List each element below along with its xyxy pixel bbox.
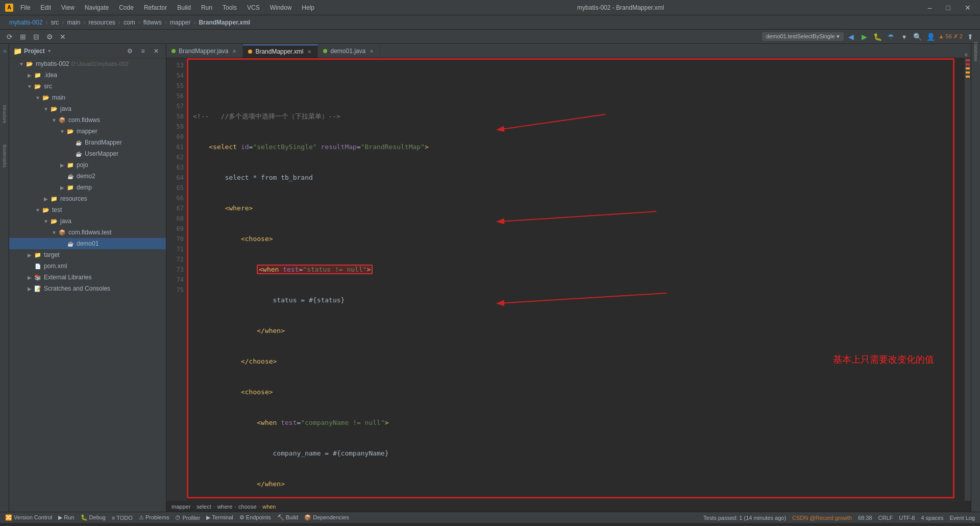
menu-build[interactable]: Build	[174, 3, 194, 12]
bc-bottom-when[interactable]: when	[262, 504, 276, 510]
project-icon[interactable]: P	[1, 48, 8, 55]
menu-code[interactable]: Code	[116, 3, 137, 12]
tree-src[interactable]: ▼ 📂 src	[9, 81, 166, 92]
problems-button[interactable]: ⚠ Problems	[139, 514, 169, 521]
tree-demp[interactable]: ▶ 📁 demp	[9, 182, 166, 193]
run-button[interactable]: ▶	[859, 31, 870, 42]
java-label: java	[60, 105, 71, 112]
tree-ext-libs[interactable]: ▶ 📚 External Libraries	[9, 272, 166, 283]
settings-button[interactable]: ⚙	[44, 31, 55, 42]
menu-run[interactable]: Run	[198, 3, 215, 12]
avatar-button[interactable]: 👤	[925, 31, 937, 42]
menu-window[interactable]: Window	[267, 3, 295, 12]
maximize-button[interactable]: □	[942, 3, 954, 13]
tree-test-pkg[interactable]: ▼ 📦 com.fldwws.test	[9, 227, 166, 238]
bc-bottom-where[interactable]: where	[217, 504, 232, 510]
encoding[interactable]: UTF-8	[899, 515, 915, 521]
code-editor[interactable]: 53 54 55 56 57 58 59 60 61 62 63 64 65 6…	[166, 58, 971, 500]
coverage-button[interactable]: ☂	[886, 31, 897, 42]
code-text[interactable]: <!-- //多个选项中选择一个（下拉菜单）--> <select id="se…	[187, 58, 965, 500]
tree-brandmapper-java[interactable]: ▶ ☕ BrandMapper	[9, 137, 166, 148]
close-button[interactable]: ✕	[961, 3, 975, 13]
expand-all-button[interactable]: ⊞	[17, 31, 29, 42]
csdn-link[interactable]: CSDN @Record growth	[792, 515, 852, 521]
bc-resources[interactable]: resources	[88, 19, 115, 26]
menu-file[interactable]: File	[17, 3, 33, 12]
collapse-all-button[interactable]: ⊟	[31, 31, 42, 42]
gutter-error-2	[966, 63, 970, 65]
tab-close-brandmapper-xml[interactable]: ✕	[306, 49, 312, 55]
tab-close-brandmapper-java[interactable]: ✕	[231, 48, 237, 55]
run-status-button[interactable]: ▶ Run	[58, 514, 74, 521]
todo-button[interactable]: ≡ TODO	[112, 515, 133, 521]
tab-brandmapper-xml[interactable]: BrandMapper.xml ✕	[243, 44, 318, 58]
tree-mapper-folder[interactable]: ▼ 📂 mapper	[9, 126, 166, 137]
bc-mapper[interactable]: mapper	[170, 19, 191, 26]
minimize-button[interactable]: –	[924, 3, 936, 13]
tree-package[interactable]: ▼ 📦 com.fldwws	[9, 114, 166, 126]
bc-file[interactable]: BrandMapper.xml	[199, 19, 250, 26]
tree-usermapper-java[interactable]: ▶ ☕ UserMapper	[9, 148, 166, 159]
profiler-button[interactable]: ⏱ Profiler	[175, 515, 200, 521]
vcs-button[interactable]: 🔀 Version Control	[5, 514, 52, 521]
tree-demo01[interactable]: ▶ ☕ demo01	[9, 238, 166, 249]
event-log-button[interactable]: Event Log	[949, 515, 975, 521]
bc-mybatis[interactable]: mybatis-002	[9, 19, 42, 26]
terminal-button[interactable]: ▶ Terminal	[206, 514, 233, 521]
tree-pojo[interactable]: ▶ 📁 pojo	[9, 159, 166, 171]
debug-status-button[interactable]: 🐛 Debug	[81, 514, 106, 521]
project-more-btn[interactable]: ≡	[137, 45, 149, 57]
bc-bottom-choose[interactable]: choose	[238, 504, 256, 510]
menu-tools[interactable]: Tools	[219, 3, 240, 12]
tree-scratches[interactable]: ▶ 📝 Scratches and Consoles	[9, 283, 166, 294]
project-close-btn[interactable]: ✕	[151, 45, 162, 57]
tabs-more-button[interactable]: ≡	[965, 52, 968, 58]
debug-button[interactable]: 🐛	[872, 31, 884, 42]
tree-pom[interactable]: ▶ 📄 pom.xml	[9, 260, 166, 272]
menu-help[interactable]: Help	[299, 3, 317, 12]
menu-navigate[interactable]: Navigate	[82, 3, 112, 12]
bc-main[interactable]: main	[67, 19, 80, 26]
bc-bottom-select[interactable]: select	[197, 504, 211, 510]
tab-brandmapper-java[interactable]: BrandMapper.java ✕	[166, 44, 243, 58]
tree-test-java[interactable]: ▼ 📂 java	[9, 216, 166, 227]
database-icon[interactable]: Database	[972, 48, 979, 55]
menu-view[interactable]: View	[58, 3, 78, 12]
expand-editor-button[interactable]: ⬆	[965, 31, 976, 42]
search-button[interactable]: 🔍	[912, 31, 923, 42]
bookmarks-icon[interactable]: Bookmarks	[1, 152, 8, 159]
tree-root[interactable]: ▼ 📂 mybatis-002 D:\Java01\mybatis-002	[9, 58, 166, 69]
tree-java[interactable]: ▼ 📂 java	[9, 103, 166, 114]
tab-demo01-java[interactable]: demo01.java ✕	[318, 44, 380, 58]
sc-label: Scratches and Consoles	[44, 285, 110, 292]
menu-refactor[interactable]: Refactor	[141, 3, 170, 12]
tree-idea[interactable]: ▶ 📁 .idea	[9, 69, 166, 81]
tree-resources[interactable]: ▶ 📁 resources	[9, 193, 166, 204]
tab-close-demo01-java[interactable]: ✕	[369, 48, 375, 55]
menu-vcs[interactable]: VCS	[244, 3, 263, 12]
tree-main[interactable]: ▼ 📂 main	[9, 92, 166, 103]
project-dropdown-icon[interactable]: ▾	[48, 48, 51, 54]
bc-bottom-mapper[interactable]: mapper	[172, 504, 190, 510]
project-settings-btn[interactable]: ⚙	[124, 45, 135, 57]
line-ending[interactable]: CRLF	[878, 515, 893, 521]
menu-edit[interactable]: Edit	[37, 3, 54, 12]
bc-fldwws[interactable]: fldwws	[143, 19, 162, 26]
endpoints-button[interactable]: ⚙ Endpoints	[239, 514, 271, 521]
bc-src[interactable]: src	[51, 19, 59, 26]
build-button[interactable]: 🔨 Build	[277, 514, 299, 521]
tree-target[interactable]: ▶ 📁 target	[9, 249, 166, 260]
indent[interactable]: 4 spaces	[921, 515, 943, 521]
deps-button[interactable]: 📦 Dependencies	[304, 514, 349, 521]
tp-arrow: ▼	[50, 230, 58, 235]
more-run-button[interactable]: ▾	[899, 31, 910, 42]
bc-com[interactable]: com	[124, 19, 135, 26]
run-config-dropdown[interactable]: demo01.testSelectBySingle ▾	[762, 32, 844, 41]
close-panel-button[interactable]: ✕	[57, 31, 68, 42]
back-button[interactable]: ◀	[846, 31, 857, 42]
usermapper-java-icon: ☕	[75, 150, 83, 158]
sync-button[interactable]: ⟳	[4, 31, 15, 42]
structure-icon[interactable]: Structure	[1, 110, 8, 117]
tree-test[interactable]: ▼ 📂 test	[9, 204, 166, 216]
tree-demo2[interactable]: ▶ ☕ demo2	[9, 171, 166, 182]
